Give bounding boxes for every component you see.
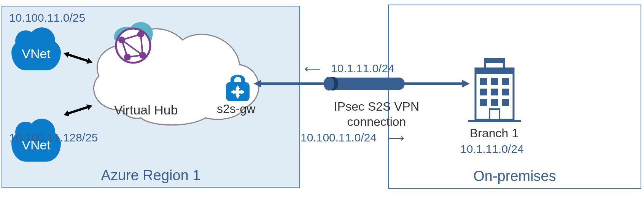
vnet1-cidr: 10.100.11.0/25	[9, 11, 85, 24]
branch-building-icon	[464, 55, 525, 124]
advert-left-arrow-icon: ⟵	[304, 62, 321, 75]
advert-to-azure-cidr: 10.1.11.0/24	[331, 62, 394, 75]
svg-rect-42	[491, 89, 498, 95]
vnet2-label: VNet	[22, 137, 51, 152]
svg-rect-46	[502, 99, 509, 106]
svg-rect-19	[234, 90, 242, 94]
svg-point-9	[118, 37, 125, 43]
svg-marker-27	[254, 80, 261, 87]
svg-point-12	[124, 54, 131, 60]
svg-rect-39	[491, 78, 498, 85]
branch-cidr: 10.1.11.0/24	[460, 143, 524, 156]
svg-rect-44	[480, 99, 487, 106]
svg-rect-37	[485, 59, 504, 63]
onprem-region-label: On-premises	[473, 168, 556, 184]
azure-region-label: Azure Region 1	[101, 167, 201, 184]
vpn-gateway-icon	[224, 68, 252, 102]
vpn-tunnel-icon	[253, 73, 470, 94]
svg-rect-43	[502, 89, 509, 95]
svg-rect-28	[333, 78, 399, 90]
svg-rect-45	[491, 99, 498, 106]
svg-rect-47	[490, 109, 499, 120]
branch-label: Branch 1	[470, 126, 518, 140]
svg-point-10	[137, 31, 144, 38]
vnet1-label: VNet	[22, 46, 51, 61]
svg-rect-40	[502, 78, 509, 85]
svg-rect-41	[480, 89, 487, 95]
vnet1-cloud-icon: VNet	[11, 38, 61, 70]
connection-type-label: IPsec S2S VPN connection	[323, 99, 430, 129]
virtual-hub-label: Virtual Hub	[114, 103, 178, 117]
globe-network-icon	[110, 23, 156, 68]
advert-right-arrow-icon: ⟶	[388, 131, 404, 144]
svg-point-30	[324, 77, 334, 90]
svg-marker-21	[63, 50, 70, 58]
svg-point-3	[116, 29, 150, 63]
svg-rect-38	[480, 78, 487, 85]
gateway-label: s2s-gw	[217, 102, 255, 116]
advert-to-onprem-cidr: 10.100.11.0/24	[301, 131, 377, 144]
svg-rect-48	[468, 120, 521, 122]
svg-point-11	[139, 52, 146, 59]
